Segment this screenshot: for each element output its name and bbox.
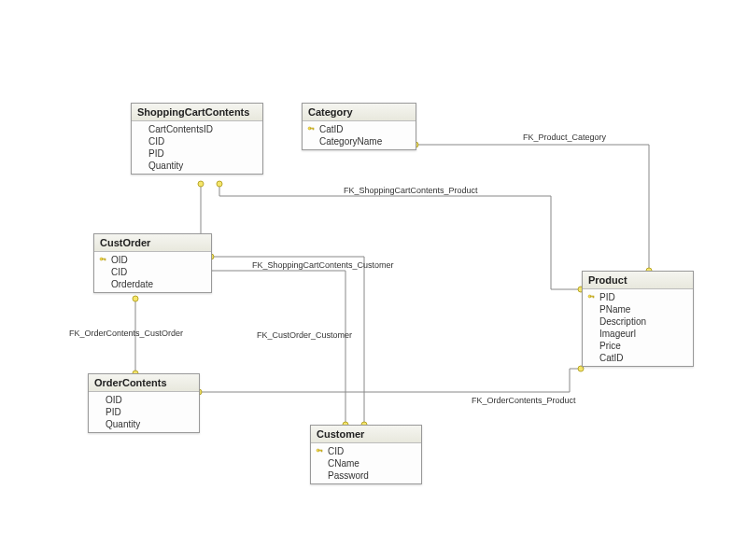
field-name: CID	[147, 136, 164, 147]
field-name: Imageurl	[598, 329, 636, 339]
entity-customer[interactable]: Customer CIDCNamePassword	[310, 425, 422, 484]
field-name: PID	[147, 148, 164, 159]
field-name: PID	[104, 407, 121, 417]
rel-label-custorder-customer: FK_CustOrder_Customer	[257, 330, 352, 340]
entity-title: Product	[583, 272, 693, 289]
field-name: Orderdate	[109, 279, 153, 289]
field-name: OID	[104, 395, 122, 405]
field-name: PName	[598, 304, 630, 315]
field-row[interactable]: OID	[89, 394, 199, 406]
field-name: CatID	[317, 124, 344, 134]
svg-rect-23	[321, 451, 322, 452]
entity-shoppingcartcontents[interactable]: ShoppingCartContents CartContentsIDCIDPI…	[131, 103, 263, 175]
field-row[interactable]: CatID	[583, 352, 693, 364]
entity-title: Category	[303, 104, 416, 121]
field-row[interactable]: CID	[94, 266, 211, 278]
field-row[interactable]: PID	[583, 291, 693, 303]
field-row[interactable]: Password	[311, 469, 421, 482]
rel-label-scc-customer: FK_ShoppingCartContents_Customer	[252, 260, 394, 270]
rel-label-product-category: FK_Product_Category	[523, 133, 606, 142]
field-name: PID	[598, 292, 615, 302]
field-name: Price	[598, 341, 621, 351]
entity-title: ShoppingCartContents	[132, 104, 262, 121]
svg-point-4	[198, 181, 204, 187]
entity-title: CustOrder	[94, 234, 211, 252]
entity-ordercontents[interactable]: OrderContents OIDPIDQuantity	[88, 373, 200, 433]
field-row[interactable]: CategoryName	[303, 135, 416, 147]
entity-fields: CatIDCategoryName	[303, 121, 416, 149]
field-name: Quantity	[147, 161, 183, 171]
rel-label-ordercontents-product: FK_OrderContents_Product	[472, 396, 576, 405]
svg-rect-20	[593, 297, 594, 298]
field-row[interactable]: Price	[583, 340, 693, 352]
svg-point-8	[133, 296, 138, 301]
primary-key-icon	[585, 294, 598, 301]
field-row[interactable]: CID	[311, 445, 421, 457]
field-row[interactable]: OID	[94, 254, 211, 266]
entity-custorder[interactable]: CustOrder OIDCIDOrderdate	[93, 233, 212, 293]
entity-category[interactable]: Category CatIDCategoryName	[302, 103, 416, 150]
field-row[interactable]: Quantity	[132, 160, 262, 172]
entity-fields: PIDPNameDescriptionImageurlPriceCatID	[583, 289, 693, 366]
field-row[interactable]: PID	[89, 406, 199, 418]
primary-key-icon	[304, 126, 317, 133]
field-row[interactable]: CName	[311, 457, 421, 469]
entity-product[interactable]: Product PIDPNameDescriptionImageurlPrice…	[582, 271, 694, 367]
field-row[interactable]: CatID	[303, 123, 416, 135]
field-name: CartContentsID	[147, 124, 213, 134]
svg-rect-17	[105, 259, 106, 260]
primary-key-icon	[96, 257, 109, 264]
entity-fields: OIDPIDQuantity	[89, 392, 199, 432]
entity-title: OrderContents	[89, 374, 199, 392]
field-name: Description	[598, 316, 646, 327]
field-row[interactable]: Orderdate	[94, 278, 211, 290]
field-name: CID	[326, 446, 344, 456]
field-row[interactable]: PID	[132, 147, 262, 160]
svg-point-2	[217, 181, 222, 187]
field-name: Password	[326, 470, 369, 481]
svg-rect-14	[313, 129, 314, 130]
field-name: CID	[109, 267, 127, 277]
entity-fields: CIDCNamePassword	[311, 443, 421, 483]
field-row[interactable]: Imageurl	[583, 328, 693, 340]
entity-fields: CartContentsIDCIDPIDQuantity	[132, 121, 262, 174]
field-row[interactable]: PName	[583, 303, 693, 315]
field-row[interactable]: CartContentsID	[132, 123, 262, 135]
rel-label-ordercontents-custorder: FK_OrderContents_CustOrder	[69, 329, 183, 338]
entity-title: Customer	[311, 426, 421, 443]
field-name: CName	[326, 458, 359, 469]
field-name: Quantity	[104, 419, 140, 429]
field-name: OID	[109, 255, 128, 265]
field-row[interactable]: Description	[583, 315, 693, 328]
entity-fields: OIDCIDOrderdate	[94, 252, 211, 292]
field-name: CategoryName	[317, 136, 382, 147]
field-row[interactable]: Quantity	[89, 418, 199, 430]
field-row[interactable]: CID	[132, 135, 262, 147]
field-name: CatID	[598, 353, 624, 363]
primary-key-icon	[313, 448, 326, 455]
rel-label-scc-product: FK_ShoppingCartContents_Product	[344, 186, 478, 195]
